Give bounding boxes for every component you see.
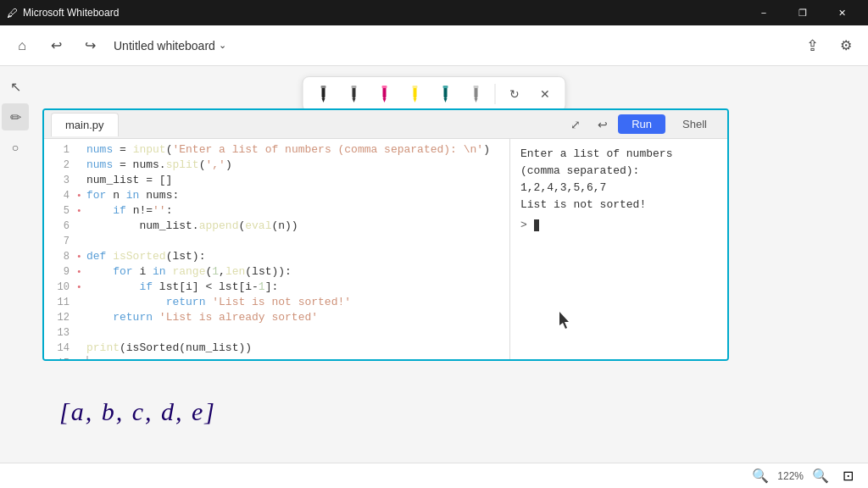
svg-marker-4 [353,98,356,103]
close-button[interactable]: ✕ [822,0,861,25]
restore-button[interactable]: ❐ [783,0,822,25]
zoom-level: 122% [777,470,804,482]
tab-main-py[interactable]: main.py [51,113,119,136]
code-line-7: 7 [44,234,509,249]
svg-text:[a, b, c, d, e]: [a, b, c, d, e] [59,397,216,425]
fit-view-button[interactable]: ⊡ [837,466,858,486]
code-line-15: 15 [44,356,509,359]
code-pane[interactable]: 1 nums = input('Enter a list of numbers … [44,139,510,359]
chevron-down-icon: ⌄ [219,40,226,51]
code-editor: main.py ⤢ ↩ Run Shell 1 [42,108,729,361]
code-line-9: 9 • for i in range(1,len(lst)): [44,264,509,280]
menubar: ⌂ ↩ ↪ Untitled whiteboard ⌄ ⇪ ⚙ [0,25,868,66]
svg-rect-5 [352,86,357,88]
board-title-text: Untitled whiteboard [114,39,215,53]
titlebar-controls: − ❐ ✕ [744,0,861,25]
code-line-11: 11 return 'List is not sorted!' [44,295,509,310]
pen-icon: ✏ [10,109,21,125]
settings-icon: ⚙ [840,37,852,53]
undo-code-icon: ↩ [598,118,608,131]
zoom-out-icon: 🔍 [752,468,769,484]
code-line-12: 12 return 'List is already sorted' [44,310,509,325]
svg-rect-8 [382,86,387,88]
settings-button[interactable]: ⚙ [831,30,861,61]
pen-yellow-tool[interactable] [403,82,427,106]
minimize-button[interactable]: − [744,0,783,25]
shell-cursor [534,219,539,231]
svg-rect-11 [413,86,418,88]
redo-button[interactable]: ↪ [75,30,105,61]
svg-marker-7 [383,98,387,103]
pen-gray-tool[interactable] [465,82,488,106]
svg-rect-12 [444,86,448,98]
code-line-2: 2 nums = nums.split(',') [44,158,509,173]
refresh-pen-button[interactable]: ↻ [503,82,526,106]
shell-output-line-3: List is not sorted! [520,197,717,214]
refresh-icon: ↻ [509,87,520,101]
code-line-8: 8 • def isSorted(lst): [44,249,509,264]
app-title: Microsoft Whiteboard [23,7,119,19]
close-pen-toolbar-button[interactable]: ✕ [533,82,557,106]
code-area: 1 nums = input('Enter a list of numbers … [44,139,509,359]
pen-divider [495,84,496,104]
svg-rect-15 [475,86,478,98]
svg-rect-14 [443,86,448,88]
undo-button[interactable]: ↩ [41,30,71,61]
code-line-10: 10 • if lst[i] < lst[i-1]: [44,280,509,295]
shell-output-line-1: Enter a list of numbers (comma separated… [520,146,717,180]
svg-rect-0 [322,86,326,98]
fullscreen-icon: ⤢ [570,118,581,131]
canvas-area[interactable]: ↖ ✏ ○ [0,66,868,463]
code-line-1: 1 nums = input('Enter a list of numbers … [44,142,509,158]
svg-rect-6 [383,86,387,98]
zoom-out-button[interactable]: 🔍 [750,466,771,486]
statusbar: 🔍 122% 🔍 ⊡ [0,463,868,488]
shape-icon: ○ [12,141,19,154]
run-button[interactable]: Run [618,114,665,134]
code-line-3: 3 num_list = [] [44,173,509,188]
code-line-4: 4 • for n in nums: [44,188,509,203]
pen-dark-tool[interactable] [342,82,366,106]
svg-marker-1 [322,98,326,103]
editor-actions: ⤢ ↩ Run Shell [564,113,721,136]
undo-code-button[interactable]: ↩ [591,113,615,136]
tab-shell[interactable]: Shell [669,113,721,136]
home-icon: ⌂ [18,38,26,53]
fullscreen-button[interactable]: ⤢ [564,113,587,136]
code-line-5: 5 • if n!='': [44,203,509,219]
pen-teal-tool[interactable] [434,82,458,106]
pen-black-tool[interactable] [312,82,336,106]
editor-tabs: main.py ⤢ ↩ Run Shell [44,110,727,139]
redo-icon: ↪ [85,37,96,53]
menubar-right: ⇪ ⚙ [797,30,861,61]
pen-toolbar: ↻ ✕ [303,76,566,112]
svg-rect-3 [353,86,356,98]
select-tool-button[interactable]: ↖ [2,73,29,100]
svg-marker-10 [414,98,417,103]
shell-prompt: > [520,219,534,231]
shell-pane[interactable]: Enter a list of numbers (comma separated… [510,139,727,359]
svg-rect-2 [321,86,326,88]
pen-magenta-tool[interactable] [373,82,397,106]
home-button[interactable]: ⌂ [7,30,37,61]
board-title[interactable]: Untitled whiteboard ⌄ [108,36,231,56]
zoom-in-button[interactable]: 🔍 [810,466,831,486]
svg-marker-16 [475,98,478,103]
left-toolbar: ↖ ✏ ○ [0,66,31,463]
titlebar: 🖊 Microsoft Whiteboard − ❐ ✕ [0,0,868,25]
code-line-6: 6 num_list.append(eval(n)) [44,219,509,234]
pen-tool-button[interactable]: ✏ [2,103,29,130]
zoom-in-icon: 🔍 [812,468,829,484]
svg-marker-13 [444,98,448,103]
shape-tool-button[interactable]: ○ [2,134,29,161]
code-line-13: 13 [44,325,509,341]
share-button[interactable]: ⇪ [797,30,827,61]
close-icon: ✕ [540,87,550,101]
titlebar-left: 🖊 Microsoft Whiteboard [7,7,119,19]
editor-body: 1 nums = input('Enter a list of numbers … [44,139,727,359]
handwritten-annotation: [a, b, c, d, e] [51,382,237,433]
fit-icon: ⊡ [843,468,854,484]
svg-rect-17 [474,86,479,88]
select-icon: ↖ [10,79,21,95]
shell-output-line-2: 1,2,4,3,5,6,7 [520,180,717,197]
